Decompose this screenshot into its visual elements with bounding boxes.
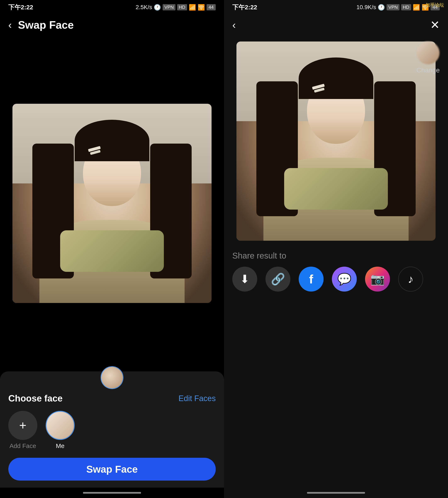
scarf [60, 230, 164, 272]
share-section: Share result to ⬇ 🔗 f 💬 📷 ♪ [224, 245, 448, 296]
right-panel: 下午2:22 10.9K/s 🕐 VPN HD 📶 🛜 44 知乎论坛 ‹ ✕ [224, 0, 448, 498]
result-portrait-bg [237, 41, 435, 241]
back-button-left[interactable]: ‹ [8, 19, 12, 31]
download-button[interactable]: ⬇ [232, 267, 257, 292]
source-photo [13, 104, 211, 303]
hair-top [75, 120, 149, 161]
header-left: ‹ Swap Face [0, 15, 224, 35]
add-face-option[interactable]: + Add Face [8, 411, 37, 449]
clock-icon: 🕐 [154, 4, 161, 11]
hd-badge-right: HD [401, 4, 411, 10]
bottom-sheet: Choose face Edit Faces + Add Face Me Swa… [0, 371, 224, 488]
left-panel: 下午2:22 2.5K/s 🕐 VPN HD 📶 🛜 44 ‹ Swap Fac… [0, 0, 224, 498]
network-speed-left: 2.5K/s [136, 4, 152, 11]
instagram-share-button[interactable]: 📷 [365, 267, 390, 292]
battery-icon: 44 [207, 4, 216, 10]
facebook-share-button[interactable]: f [299, 267, 323, 292]
vpn-badge: VPN [163, 4, 175, 10]
home-indicator-left [0, 488, 224, 498]
add-face-button[interactable]: + [8, 411, 37, 440]
selected-face-image [101, 367, 123, 388]
clock-icon-right: 🕐 [378, 4, 385, 11]
messenger-icon: 💬 [337, 272, 352, 286]
time-left: 下午2:22 [8, 3, 33, 12]
home-bar-right [307, 492, 365, 494]
tiktok-share-button[interactable]: ♪ [398, 267, 423, 292]
instagram-icon: 📷 [370, 272, 385, 286]
add-face-label: Add Face [10, 442, 36, 449]
me-face-avatar[interactable] [46, 411, 75, 440]
selected-face-bubble [101, 366, 123, 389]
copy-link-button[interactable]: 🔗 [266, 267, 290, 292]
result-scarf [284, 168, 388, 210]
home-bar-left [83, 492, 141, 494]
plus-icon: + [19, 419, 26, 432]
portrait-background [13, 104, 211, 303]
messenger-share-button[interactable]: 💬 [332, 267, 357, 292]
signal-icon: 📶 [189, 4, 196, 11]
watermark: 知乎论坛 [426, 2, 444, 8]
hd-badge: HD [177, 4, 187, 10]
change-area: Change [416, 41, 440, 74]
result-hair-top [299, 57, 373, 99]
link-icon: 🔗 [271, 272, 285, 286]
status-icons-left: 2.5K/s 🕐 VPN HD 📶 🛜 44 [136, 4, 216, 11]
network-speed-right: 10.9K/s [356, 4, 376, 11]
tiktok-icon: ♪ [408, 272, 414, 286]
edit-faces-button[interactable]: Edit Faces [178, 394, 216, 403]
swap-face-button[interactable]: Swap Face [8, 458, 216, 481]
me-face-label: Me [56, 442, 64, 449]
wifi-icon: 🛜 [198, 4, 205, 11]
home-indicator-right [224, 488, 448, 498]
status-bar-left: 下午2:22 2.5K/s 🕐 VPN HD 📶 🛜 44 [0, 0, 224, 15]
swap-face-button-label: Swap Face [86, 464, 138, 475]
time-right: 下午2:22 [232, 3, 257, 12]
facebook-icon: f [309, 272, 313, 286]
change-avatar [417, 41, 439, 64]
faces-row: + Add Face Me [8, 407, 216, 454]
choose-face-title: Choose face [8, 393, 63, 404]
share-title: Share result to [232, 251, 440, 260]
header-right: ‹ ✕ [224, 15, 448, 35]
me-face-option[interactable]: Me [46, 411, 75, 449]
status-bar-right: 下午2:22 10.9K/s 🕐 VPN HD 📶 🛜 44 知乎论坛 [224, 0, 448, 15]
back-button-right[interactable]: ‹ [232, 19, 236, 31]
download-icon: ⬇ [240, 272, 250, 286]
result-image-area: Change [224, 35, 448, 245]
vpn-badge-right: VPN [387, 4, 399, 10]
me-face-image [47, 412, 74, 439]
result-photo [237, 41, 435, 241]
close-button-right[interactable]: ✕ [430, 18, 440, 32]
share-icons-row: ⬇ 🔗 f 💬 📷 ♪ [232, 267, 440, 292]
choose-face-header: Choose face Edit Faces [8, 389, 216, 407]
face-indicator [8, 371, 216, 389]
signal-icon-right: 📶 [413, 4, 420, 11]
page-title-left: Swap Face [18, 19, 74, 31]
main-image-area [0, 35, 224, 371]
change-label[interactable]: Change [416, 66, 440, 74]
right-spacer [224, 296, 448, 488]
